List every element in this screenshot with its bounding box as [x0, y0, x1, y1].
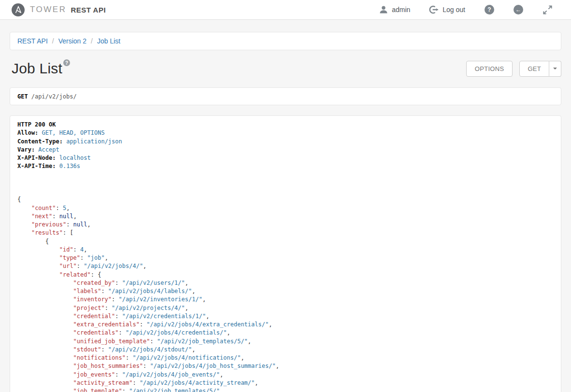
api-link[interactable]: "/api/v2/jobs/4/" [84, 263, 143, 269]
api-link[interactable]: "/api/v2/users/1/" [122, 280, 185, 286]
ansible-a-icon [14, 6, 22, 14]
breadcrumb-separator: / [52, 37, 54, 45]
help-icon: ? [487, 7, 491, 13]
get-dropdown-toggle[interactable] [549, 61, 561, 77]
chevron-down-icon [553, 68, 557, 70]
response-panel: HTTP 200 OK Allow: GET, HEAD, OPTIONS Co… [10, 115, 561, 392]
brand-tower: TOWER [30, 5, 66, 14]
breadcrumb-item[interactable]: Job List [97, 37, 120, 45]
api-link[interactable]: "/api/v2/projects/4/" [112, 305, 185, 311]
request-path: /api/v2/jobs/ [31, 93, 77, 100]
user-menu[interactable]: admin [379, 5, 410, 14]
api-link[interactable]: "/api/v2/jobs/4/job_events/" [122, 371, 220, 378]
api-link[interactable]: "/api/v2/jobs/4/extra_credentials/" [146, 321, 269, 328]
api-link[interactable]: "/api/v2/inventories/1/" [119, 296, 202, 303]
user-icon [379, 5, 388, 14]
page-title: Job List [12, 60, 62, 77]
breadcrumb-separator: / [91, 37, 93, 45]
api-link[interactable]: "/api/v2/jobs/4/notifications/" [132, 354, 241, 361]
api-link[interactable]: "/api/v2/jobs/4/activity_stream/" [140, 379, 255, 386]
api-link[interactable]: "/api/v2/credentials/1/" [122, 313, 206, 320]
breadcrumb-item[interactable]: Version 2 [58, 37, 86, 45]
response-body: HTTP 200 OK Allow: GET, HEAD, OPTIONS Co… [17, 121, 554, 392]
request-method: GET [17, 93, 28, 100]
back-arrow-icon: ← [515, 7, 521, 13]
title-row: Job List ? OPTIONS GET [0, 58, 571, 79]
logout-button[interactable]: Log out [428, 4, 465, 15]
logout-icon [428, 4, 439, 15]
navbar-right: admin Log out ? ← [360, 4, 553, 15]
request-bar: GET /api/v2/jobs/ [10, 87, 561, 105]
options-button[interactable]: OPTIONS [466, 61, 513, 77]
api-link[interactable]: "/api/v2/jobs/4/labels/" [108, 288, 192, 294]
api-link[interactable]: "/api/v2/job_templates/5/" [157, 338, 248, 345]
get-button-group: GET [519, 61, 561, 77]
api-link[interactable]: "/api/v2/jobs/4/job_host_summaries/" [150, 363, 276, 369]
api-link[interactable]: "/api/v2/job_templates/5/" [129, 388, 220, 392]
user-label: admin [392, 6, 410, 14]
top-navbar: TOWER REST API admin Log out ? ← [0, 0, 571, 20]
back-button[interactable]: ← [514, 5, 523, 14]
breadcrumb: REST API/Version 2/Job List [10, 32, 561, 50]
action-buttons: OPTIONS GET [466, 61, 561, 77]
tower-logo-icon[interactable] [12, 3, 25, 16]
expand-arrows-icon [542, 5, 553, 15]
brand-rest-api: REST API [71, 6, 106, 14]
get-button[interactable]: GET [519, 61, 549, 77]
breadcrumb-links: REST API/Version 2/Job List [17, 37, 120, 45]
title-help-icon[interactable]: ? [63, 59, 70, 66]
expand-button[interactable] [542, 5, 553, 15]
logout-label: Log out [443, 6, 465, 14]
breadcrumb-item[interactable]: REST API [17, 37, 48, 45]
api-link[interactable]: "/api/v2/jobs/4/credentials/" [126, 329, 227, 336]
api-link[interactable]: "/api/v2/jobs/4/stdout/" [108, 346, 192, 353]
help-button[interactable]: ? [485, 5, 494, 14]
